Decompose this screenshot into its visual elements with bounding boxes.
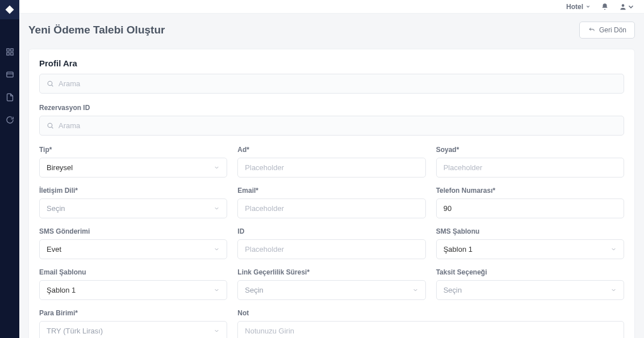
sms-template-field: SMS Şablonu Şablon 1 [436,227,624,259]
id-label: ID [237,227,425,235]
currency-select[interactable]: TRY (Türk Lirası) [39,321,227,338]
sms-template-label: SMS Şablonu [436,227,624,235]
email-template-label: Email Şablonu [39,268,227,276]
profile-search-wrap[interactable] [39,74,624,94]
phone-label: Telefon Numarası* [436,187,624,195]
content: Yeni Ödeme Talebi Oluştur Geri Dön Profi… [19,14,644,338]
sms-send-select[interactable]: Evet [39,239,227,259]
installment-select[interactable]: Seçin [436,280,624,300]
type-label: Tip* [39,146,227,154]
currency-label: Para Birimi* [39,309,227,317]
profile-search-input[interactable] [58,79,617,88]
sms-send-label: SMS Gönderimi [39,227,227,235]
phone-input[interactable] [436,198,624,218]
email-input[interactable] [237,198,425,218]
back-button[interactable]: Geri Dön [579,22,635,39]
profile-search-title: Profil Ara [39,58,624,68]
phone-field: Telefon Numarası* [436,187,624,218]
currency-field: Para Birimi* TRY (Türk Lirası) [39,309,227,338]
notifications-button[interactable] [601,3,609,11]
email-field: Email* [237,187,425,218]
note-label: Not [237,309,624,317]
email-label: Email* [237,187,425,195]
email-template-value: Şablon 1 [47,286,76,294]
document-icon [6,93,14,102]
nav-dashboard[interactable] [0,42,19,61]
sms-template-select[interactable]: Şablon 1 [436,239,624,259]
id-field: ID [237,227,425,259]
svg-point-6 [48,81,52,86]
chevron-down-icon [214,287,220,293]
bell-icon [601,3,609,11]
firstname-label: Ad* [237,146,425,154]
email-template-field: Email Şablonu Şablon 1 [39,268,227,300]
reservation-input[interactable] [58,121,617,130]
id-input[interactable] [237,239,425,259]
main: Hotel Yeni Ödeme Talebi Oluştur Geri Dön [19,0,644,338]
search-icon [47,80,54,87]
reservation-search-wrap[interactable] [39,116,624,136]
nav-documents[interactable] [0,87,19,107]
svg-point-8 [48,123,52,128]
chevron-down-icon [214,328,220,334]
reservation-field: Rezervasyon ID [39,104,624,136]
lang-label: İletişim Dili* [39,187,227,195]
lang-select[interactable]: Seçin [39,198,227,218]
grid-icon [6,48,14,56]
svg-rect-0 [6,48,9,50]
logo[interactable] [0,0,19,19]
link-validity-value: Seçin [245,286,264,294]
lastname-field: Soyad* [436,146,624,178]
lastname-input[interactable] [436,158,624,178]
reservation-label: Rezervasyon ID [39,104,624,112]
installment-label: Taksit Seçeneği [436,268,624,276]
chevron-down-icon [610,287,617,293]
svg-rect-3 [10,52,12,54]
installment-value: Seçin [444,286,462,294]
user-menu[interactable] [619,3,635,11]
type-field: Tip* Bireysel [39,146,227,178]
chevron-down-icon [214,246,220,252]
sms-template-value: Şablon 1 [444,245,472,254]
page-header: Yeni Ödeme Talebi Oluştur Geri Dön [28,22,635,39]
nav-settings[interactable] [0,110,19,129]
svg-line-9 [52,127,53,128]
hotel-label: Hotel [566,3,583,11]
chevron-down-icon [586,4,591,9]
note-field: Not [237,309,624,338]
nav-inbox[interactable] [0,65,19,84]
form-card: Profil Ara Rezervasyon ID [28,49,635,338]
diamond-icon [5,5,15,15]
link-validity-select[interactable]: Seçin [237,280,425,300]
lastname-label: Soyad* [436,146,624,154]
type-select[interactable]: Bireysel [39,158,227,178]
email-template-select[interactable]: Şablon 1 [39,280,227,300]
chevron-down-icon [610,246,617,252]
installment-field: Taksit Seçeneği Seçin [436,268,624,300]
svg-rect-1 [10,48,12,50]
note-input[interactable] [237,321,624,338]
refresh-icon [6,116,14,124]
firstname-input[interactable] [237,158,425,178]
hotel-dropdown[interactable]: Hotel [566,3,591,11]
inbox-icon [6,70,14,79]
lang-value: Seçin [47,204,65,213]
currency-value: TRY (Türk Lirası) [47,327,103,335]
user-icon [619,3,627,11]
svg-line-7 [52,85,53,86]
svg-rect-2 [6,52,9,54]
sidebar [0,0,19,338]
arrow-back-icon [588,27,596,33]
lang-field: İletişim Dili* Seçin [39,187,227,218]
svg-rect-4 [6,72,12,77]
link-validity-field: Link Geçerlilik Süresi* Seçin [237,268,425,300]
sms-send-field: SMS Gönderimi Evet [39,227,227,259]
chevron-down-icon [214,205,220,212]
type-value: Bireysel [47,163,73,172]
sms-send-value: Evet [47,245,61,254]
chevron-down-icon [627,3,635,11]
firstname-field: Ad* [237,146,425,178]
chevron-down-icon [214,164,220,171]
back-label: Geri Dön [599,26,626,34]
search-icon [47,122,54,129]
